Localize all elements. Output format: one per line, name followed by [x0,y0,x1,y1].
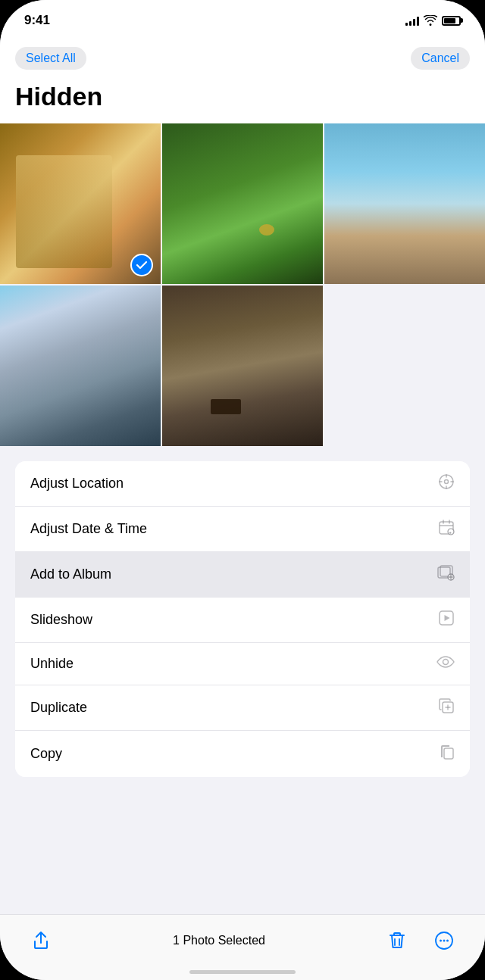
photo-cell-1[interactable] [0,123,161,284]
select-all-button[interactable]: Select All [15,47,86,70]
menu-item-add-to-album[interactable]: Add to Album [15,552,470,598]
status-time: 9:41 [24,13,50,28]
photo-grid [0,123,485,446]
menu-item-adjust-location[interactable]: Adjust Location [15,461,470,507]
cancel-button[interactable]: Cancel [411,47,470,70]
slideshow-label: Slideshow [30,612,92,628]
play-icon [438,610,455,630]
page-title-wrap: Hidden [0,79,485,123]
location-icon [438,473,455,494]
calendar-icon: + [438,519,455,539]
unhide-label: Unhide [30,656,74,672]
svg-point-19 [443,660,449,665]
menu-item-copy[interactable]: Copy [15,731,470,777]
more-icon [434,931,454,950]
delete-button[interactable] [380,924,414,957]
svg-point-28 [443,940,446,942]
album-icon [436,564,455,585]
menu-item-adjust-date-time[interactable]: Adjust Date & Time + [15,507,470,552]
svg-point-1 [445,480,449,484]
svg-point-29 [446,940,449,942]
copy-label: Copy [30,746,62,762]
nav-bar: Select All Cancel [0,41,485,79]
action-menu: Adjust Location Adjust Date & Time [0,446,485,777]
svg-text:+: + [449,530,452,535]
menu-item-unhide[interactable]: Unhide [15,643,470,685]
trash-icon [387,931,407,950]
photo-cell-5[interactable] [162,286,323,446]
photo-cell-3[interactable] [324,123,485,284]
svg-point-27 [440,940,442,942]
duplicate-label: Duplicate [30,700,87,716]
share-icon [31,931,51,950]
photo-cell-4[interactable] [0,286,161,446]
phone-frame: 9:41 Select All Cancel [0,0,485,980]
svg-rect-23 [444,748,453,759]
status-icons [405,15,461,26]
adjust-date-time-label: Adjust Date & Time [30,521,147,537]
photo-cell-empty [324,286,485,446]
selected-count-text: 1 Photo Selected [173,934,265,947]
duplicate-icon [438,698,455,718]
wifi-icon [424,15,437,26]
adjust-location-label: Adjust Location [30,476,124,492]
signal-icon [405,15,419,26]
battery-icon [442,16,461,26]
menu-item-duplicate[interactable]: Duplicate [15,685,470,731]
copy-icon [438,743,455,765]
more-button[interactable] [427,924,461,957]
status-bar: 9:41 [0,0,485,41]
home-indicator [189,970,296,974]
menu-item-slideshow[interactable]: Slideshow [15,598,470,643]
page-title: Hidden [15,82,470,111]
add-to-album-label: Add to Album [30,566,111,582]
menu-group: Adjust Location Adjust Date & Time [15,461,470,777]
eye-icon [436,655,455,673]
share-button[interactable] [24,924,58,957]
photo-cell-2[interactable] [162,123,323,284]
selection-badge-1 [130,254,153,276]
svg-marker-18 [445,615,450,621]
